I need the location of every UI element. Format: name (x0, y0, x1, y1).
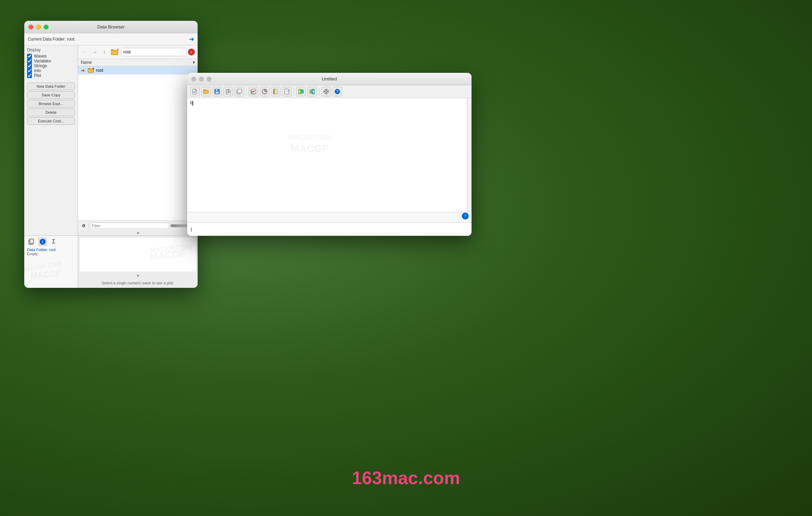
sort-indicator[interactable]: ▾ (193, 60, 195, 65)
execute-cmd-button[interactable]: Execute Cmd... (27, 117, 75, 125)
graph-button[interactable] (249, 87, 258, 96)
minimize-button[interactable] (36, 25, 41, 29)
path-clear-button[interactable]: × (188, 49, 195, 55)
checkbox-info-label: Info (34, 68, 41, 73)
info-data-folder-text: Data Folder: (27, 248, 48, 252)
checkbox-waves[interactable]: Waves (27, 54, 75, 59)
nav-back-button[interactable]: ← (81, 48, 89, 56)
window-title: Data Browser (97, 24, 125, 29)
nav-forward-button[interactable]: → (90, 48, 99, 56)
save-copy-button[interactable]: Save Copy (27, 91, 75, 99)
folder-icon-button[interactable]: ★ (110, 47, 120, 57)
panel-button[interactable] (260, 87, 269, 96)
input-bar[interactable]: | (187, 222, 472, 236)
cut-copy-button[interactable] (223, 87, 233, 96)
save-button[interactable] (212, 87, 222, 96)
checkbox-strings-label: Strings (34, 63, 47, 68)
untitled-minimize-button[interactable] (199, 77, 204, 81)
name-column-header: Name (81, 60, 92, 65)
svg-rect-6 (88, 68, 90, 69)
svg-rect-45 (310, 90, 312, 93)
info-section: i Σ Data Folder: root Empty MACGF.COM (24, 236, 78, 288)
plot-hint: Select a single numeric wave to see a pl… (78, 278, 198, 288)
help-button[interactable]: ? (332, 87, 342, 96)
maximize-button[interactable] (44, 25, 49, 29)
file-list-item-root[interactable]: ➜ root (78, 66, 198, 75)
info-empty-text: Empty (27, 252, 75, 256)
sidebar: Display Waves Variables Strings Info (24, 45, 78, 235)
svg-rect-27 (238, 89, 242, 93)
page-watermark: 163mac.com (352, 467, 460, 488)
plot-canvas: MACGF.COM MACGF (79, 237, 196, 272)
data-browser-window: Data Browser Current Data Folder: root: … (24, 21, 198, 288)
editor-cursor (192, 101, 193, 106)
editor-line-1: 0 (190, 101, 469, 106)
bottom-section: i Σ Data Folder: root Empty MACGF.COM (24, 235, 198, 288)
toolbar-separator-1 (246, 88, 247, 95)
checkbox-waves-input[interactable] (27, 54, 32, 59)
info-folder-label: Data Folder: root (27, 248, 75, 252)
filter-gear-button[interactable]: ⚙ (80, 222, 87, 229)
close-button[interactable] (28, 25, 33, 29)
item-arrow-icon: ➜ (81, 68, 85, 73)
browse-expt-button[interactable]: Browse Expt... (27, 100, 75, 108)
untitled-maximize-button[interactable] (207, 77, 211, 81)
toolbar-separator-3 (319, 88, 319, 95)
procedure-button[interactable]: </> (282, 87, 292, 96)
right-scrollbar[interactable] (467, 98, 472, 212)
checkbox-info[interactable]: Info (27, 68, 75, 73)
svg-text:</>: </> (286, 90, 290, 93)
path-input[interactable] (121, 48, 187, 56)
file-list-header: Name ▾ (78, 59, 198, 66)
info-icons-row: i Σ (27, 237, 75, 246)
current-folder-value: root: (67, 37, 75, 42)
delete-button[interactable]: Delete (27, 109, 75, 116)
plot-scroll-indicator (78, 273, 198, 278)
navigation-bar: ← → ↑ ★ × (78, 45, 198, 59)
status-bar: ? (187, 212, 472, 222)
checkbox-info-input[interactable] (27, 68, 32, 73)
untitled-traffic-lights (191, 77, 211, 81)
checkbox-waves-label: Waves (34, 54, 46, 59)
display-label: Display (27, 48, 75, 52)
copy-button[interactable] (234, 87, 244, 96)
svg-rect-22 (227, 90, 230, 94)
checkbox-variables-label: Variables (34, 59, 51, 63)
notebook-button[interactable] (271, 87, 280, 96)
checkbox-plot[interactable]: Plot (27, 73, 75, 78)
editor-area[interactable]: 0 MACGF.COM MACGF (187, 98, 472, 212)
bottom-help-button[interactable]: ? (462, 213, 469, 220)
checkbox-variables[interactable]: Variables (27, 59, 75, 63)
nav-up-button[interactable]: ↑ (100, 48, 109, 56)
sigma-icon-button[interactable]: Σ (49, 237, 58, 246)
file-list[interactable]: Name ▾ ➜ root (78, 59, 198, 221)
copy-icon-button[interactable] (27, 237, 36, 246)
toolbar: </> (187, 85, 472, 98)
toolbar-separator-2 (294, 88, 294, 95)
new-data-folder-button[interactable]: New Data Folder (27, 83, 75, 90)
nav-back-btn[interactable] (296, 87, 306, 96)
checkbox-variables-input[interactable] (27, 59, 32, 63)
filter-slider[interactable] (171, 224, 188, 227)
svg-rect-17 (204, 89, 206, 91)
untitled-window-title: Untitled (322, 76, 337, 81)
settings-button[interactable] (321, 87, 331, 96)
navigate-arrow[interactable]: ➜ (189, 35, 194, 43)
checkbox-strings-input[interactable] (27, 63, 32, 68)
checkbox-plot-input[interactable] (27, 73, 32, 78)
nav-forward-btn[interactable] (307, 87, 317, 96)
info-icon-button[interactable]: i (38, 237, 47, 246)
checkbox-strings[interactable]: Strings (27, 63, 75, 68)
svg-rect-7 (88, 69, 93, 72)
svg-text:?: ? (336, 90, 338, 94)
svg-rect-42 (301, 90, 303, 93)
info-folder-value: root (49, 248, 56, 252)
untitled-close-button[interactable] (191, 77, 196, 81)
editor-watermark: MACGF.COM MACGF (288, 133, 331, 154)
filter-bar: ⚙ ? (78, 221, 198, 231)
open-button[interactable] (201, 87, 211, 96)
svg-rect-20 (215, 92, 219, 94)
filter-input[interactable] (90, 223, 169, 229)
svg-text:i: i (42, 240, 43, 244)
new-button[interactable] (190, 87, 200, 96)
